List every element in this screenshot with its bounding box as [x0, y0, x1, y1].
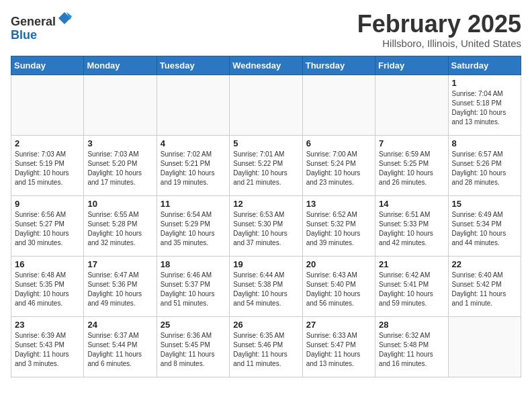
day-info: Sunrise: 6:52 AM Sunset: 5:32 PM Dayligh…: [306, 210, 371, 248]
day-number: 14: [379, 199, 444, 209]
calendar-cell: 18Sunrise: 6:46 AM Sunset: 5:37 PM Dayli…: [157, 256, 229, 316]
calendar-cell: 11Sunrise: 6:54 AM Sunset: 5:29 PM Dayli…: [157, 195, 229, 256]
calendar-cell: 3Sunrise: 7:03 AM Sunset: 5:20 PM Daylig…: [84, 135, 157, 195]
day-info: Sunrise: 6:51 AM Sunset: 5:33 PM Dayligh…: [379, 210, 444, 248]
day-number: 12: [233, 199, 298, 209]
day-number: 15: [452, 199, 517, 209]
weekday-header-wednesday: Wednesday: [230, 56, 302, 75]
day-info: Sunrise: 6:43 AM Sunset: 5:40 PM Dayligh…: [306, 271, 371, 308]
calendar-cell: 14Sunrise: 6:51 AM Sunset: 5:33 PM Dayli…: [375, 195, 448, 256]
day-info: Sunrise: 7:02 AM Sunset: 5:21 PM Dayligh…: [161, 150, 226, 187]
calendar-cell: 8Sunrise: 6:57 AM Sunset: 5:26 PM Daylig…: [448, 135, 521, 195]
day-info: Sunrise: 6:42 AM Sunset: 5:41 PM Dayligh…: [379, 271, 444, 308]
day-number: 6: [306, 138, 371, 148]
day-number: 5: [233, 138, 298, 148]
calendar-body: 1Sunrise: 7:04 AM Sunset: 5:18 PM Daylig…: [11, 75, 521, 377]
day-info: Sunrise: 6:53 AM Sunset: 5:30 PM Dayligh…: [233, 210, 298, 248]
calendar-cell: 23Sunrise: 6:39 AM Sunset: 5:43 PM Dayli…: [11, 316, 84, 377]
day-number: 17: [87, 259, 152, 269]
day-info: Sunrise: 6:47 AM Sunset: 5:36 PM Dayligh…: [87, 271, 152, 308]
weekday-header-thursday: Thursday: [302, 56, 375, 75]
calendar-week-4: 16Sunrise: 6:48 AM Sunset: 5:35 PM Dayli…: [11, 256, 521, 316]
calendar-title: February 2025: [357, 11, 521, 38]
calendar-cell: 28Sunrise: 6:32 AM Sunset: 5:48 PM Dayli…: [375, 316, 448, 377]
calendar-cell: 17Sunrise: 6:47 AM Sunset: 5:36 PM Dayli…: [84, 256, 157, 316]
calendar-cell: 7Sunrise: 6:59 AM Sunset: 5:25 PM Daylig…: [375, 135, 448, 195]
day-number: 11: [161, 199, 226, 209]
calendar-cell: 24Sunrise: 6:37 AM Sunset: 5:44 PM Dayli…: [84, 316, 157, 377]
day-info: Sunrise: 6:36 AM Sunset: 5:45 PM Dayligh…: [161, 331, 226, 369]
day-info: Sunrise: 6:40 AM Sunset: 5:42 PM Dayligh…: [452, 271, 517, 308]
day-number: 8: [452, 138, 517, 148]
day-info: Sunrise: 7:03 AM Sunset: 5:19 PM Dayligh…: [15, 150, 80, 187]
day-info: Sunrise: 6:35 AM Sunset: 5:46 PM Dayligh…: [233, 331, 298, 369]
calendar-week-2: 2Sunrise: 7:03 AM Sunset: 5:19 PM Daylig…: [11, 135, 521, 195]
logo-blue: Blue: [11, 28, 37, 42]
day-number: 25: [161, 320, 226, 330]
weekday-header-row: SundayMondayTuesdayWednesdayThursdayFrid…: [11, 56, 521, 75]
day-info: Sunrise: 6:48 AM Sunset: 5:35 PM Dayligh…: [15, 271, 80, 308]
day-number: 9: [15, 199, 80, 209]
calendar-week-5: 23Sunrise: 6:39 AM Sunset: 5:43 PM Dayli…: [11, 316, 521, 377]
day-number: 10: [87, 199, 152, 209]
calendar-cell: 10Sunrise: 6:55 AM Sunset: 5:28 PM Dayli…: [84, 195, 157, 256]
day-number: 1: [452, 78, 517, 88]
calendar-week-1: 1Sunrise: 7:04 AM Sunset: 5:18 PM Daylig…: [11, 75, 521, 135]
day-info: Sunrise: 7:01 AM Sunset: 5:22 PM Dayligh…: [233, 150, 298, 187]
day-number: 2: [15, 138, 80, 148]
day-info: Sunrise: 7:00 AM Sunset: 5:24 PM Dayligh…: [306, 150, 371, 187]
day-info: Sunrise: 6:37 AM Sunset: 5:44 PM Dayligh…: [87, 331, 152, 369]
calendar-cell: 20Sunrise: 6:43 AM Sunset: 5:40 PM Dayli…: [302, 256, 375, 316]
day-info: Sunrise: 6:54 AM Sunset: 5:29 PM Dayligh…: [161, 210, 226, 248]
day-number: 23: [15, 320, 80, 330]
logo: General Blue: [11, 11, 72, 42]
calendar-cell: 19Sunrise: 6:44 AM Sunset: 5:38 PM Dayli…: [230, 256, 302, 316]
calendar-cell: [11, 75, 84, 135]
calendar-cell: 26Sunrise: 6:35 AM Sunset: 5:46 PM Dayli…: [230, 316, 302, 377]
day-info: Sunrise: 6:59 AM Sunset: 5:25 PM Dayligh…: [379, 150, 444, 187]
day-info: Sunrise: 6:44 AM Sunset: 5:38 PM Dayligh…: [233, 271, 298, 308]
calendar-cell: 15Sunrise: 6:49 AM Sunset: 5:34 PM Dayli…: [448, 195, 521, 256]
weekday-header-monday: Monday: [84, 56, 157, 75]
day-info: Sunrise: 7:03 AM Sunset: 5:20 PM Dayligh…: [87, 150, 152, 187]
day-number: 7: [379, 138, 444, 148]
day-number: 21: [379, 259, 444, 269]
calendar-cell: 12Sunrise: 6:53 AM Sunset: 5:30 PM Dayli…: [230, 195, 302, 256]
day-number: 27: [306, 320, 371, 330]
calendar-cell: 27Sunrise: 6:33 AM Sunset: 5:47 PM Dayli…: [302, 316, 375, 377]
calendar-cell: [230, 75, 302, 135]
calendar-cell: 6Sunrise: 7:00 AM Sunset: 5:24 PM Daylig…: [302, 135, 375, 195]
day-number: 4: [161, 138, 226, 148]
weekday-header-sunday: Sunday: [11, 56, 84, 75]
day-number: 16: [15, 259, 80, 269]
day-info: Sunrise: 6:46 AM Sunset: 5:37 PM Dayligh…: [161, 271, 226, 308]
calendar-subtitle: Hillsboro, Illinois, United States: [357, 38, 521, 49]
weekday-header-saturday: Saturday: [448, 56, 521, 75]
calendar-cell: 22Sunrise: 6:40 AM Sunset: 5:42 PM Dayli…: [448, 256, 521, 316]
page-header: General Blue February 2025 Hillsboro, Il…: [11, 11, 521, 49]
calendar-cell: [375, 75, 448, 135]
calendar-cell: [84, 75, 157, 135]
calendar-table: SundayMondayTuesdayWednesdayThursdayFrid…: [11, 56, 521, 377]
calendar-cell: 2Sunrise: 7:03 AM Sunset: 5:19 PM Daylig…: [11, 135, 84, 195]
calendar-cell: 5Sunrise: 7:01 AM Sunset: 5:22 PM Daylig…: [230, 135, 302, 195]
calendar-cell: 13Sunrise: 6:52 AM Sunset: 5:32 PM Dayli…: [302, 195, 375, 256]
calendar-cell: 25Sunrise: 6:36 AM Sunset: 5:45 PM Dayli…: [157, 316, 229, 377]
day-number: 28: [379, 320, 444, 330]
day-number: 13: [306, 199, 371, 209]
day-info: Sunrise: 6:32 AM Sunset: 5:48 PM Dayligh…: [379, 331, 444, 369]
day-info: Sunrise: 6:39 AM Sunset: 5:43 PM Dayligh…: [15, 331, 80, 369]
title-block: February 2025 Hillsboro, Illinois, Unite…: [357, 11, 521, 49]
day-info: Sunrise: 6:55 AM Sunset: 5:28 PM Dayligh…: [87, 210, 152, 248]
day-info: Sunrise: 6:57 AM Sunset: 5:26 PM Dayligh…: [452, 150, 517, 187]
calendar-cell: [448, 316, 521, 377]
calendar-cell: [157, 75, 229, 135]
day-number: 3: [87, 138, 152, 148]
calendar-cell: 4Sunrise: 7:02 AM Sunset: 5:21 PM Daylig…: [157, 135, 229, 195]
calendar-cell: 16Sunrise: 6:48 AM Sunset: 5:35 PM Dayli…: [11, 256, 84, 316]
day-info: Sunrise: 6:56 AM Sunset: 5:27 PM Dayligh…: [15, 210, 80, 248]
day-info: Sunrise: 6:33 AM Sunset: 5:47 PM Dayligh…: [306, 331, 371, 369]
day-number: 19: [233, 259, 298, 269]
calendar-cell: 21Sunrise: 6:42 AM Sunset: 5:41 PM Dayli…: [375, 256, 448, 316]
day-info: Sunrise: 7:04 AM Sunset: 5:18 PM Dayligh…: [452, 89, 517, 127]
